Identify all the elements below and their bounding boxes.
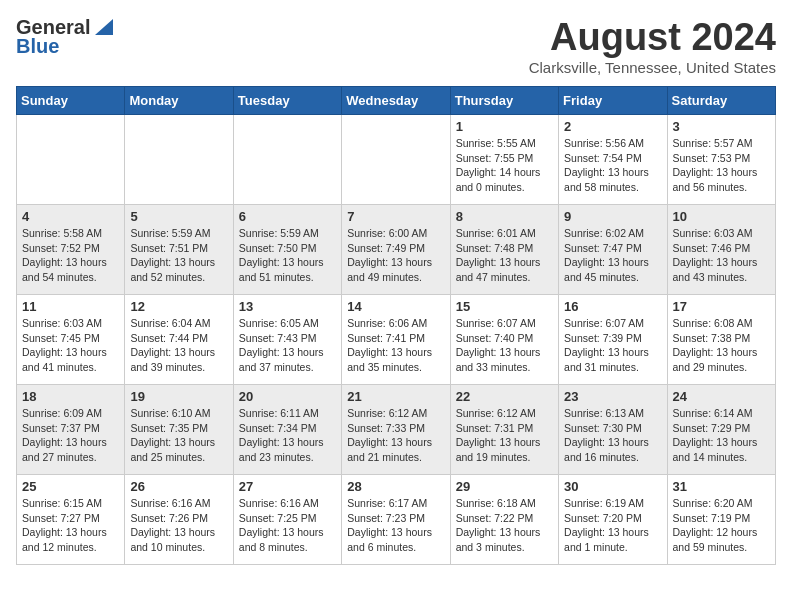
calendar-day-header: Tuesday — [233, 87, 341, 115]
day-number: 18 — [22, 389, 119, 404]
calendar-day-header: Friday — [559, 87, 667, 115]
calendar-day-cell: 1Sunrise: 5:55 AM Sunset: 7:55 PM Daylig… — [450, 115, 558, 205]
month-year-title: August 2024 — [529, 16, 776, 59]
day-number: 24 — [673, 389, 770, 404]
logo: General Blue — [16, 16, 113, 58]
day-info: Sunrise: 6:09 AM Sunset: 7:37 PM Dayligh… — [22, 406, 119, 465]
day-info: Sunrise: 5:59 AM Sunset: 7:50 PM Dayligh… — [239, 226, 336, 285]
calendar-day-cell: 10Sunrise: 6:03 AM Sunset: 7:46 PM Dayli… — [667, 205, 775, 295]
calendar-day-cell: 27Sunrise: 6:16 AM Sunset: 7:25 PM Dayli… — [233, 475, 341, 565]
day-number: 8 — [456, 209, 553, 224]
day-info: Sunrise: 6:16 AM Sunset: 7:26 PM Dayligh… — [130, 496, 227, 555]
calendar-day-header: Monday — [125, 87, 233, 115]
day-number: 28 — [347, 479, 444, 494]
day-number: 4 — [22, 209, 119, 224]
calendar-day-cell: 11Sunrise: 6:03 AM Sunset: 7:45 PM Dayli… — [17, 295, 125, 385]
calendar-week-row: 18Sunrise: 6:09 AM Sunset: 7:37 PM Dayli… — [17, 385, 776, 475]
calendar-week-row: 25Sunrise: 6:15 AM Sunset: 7:27 PM Dayli… — [17, 475, 776, 565]
day-number: 7 — [347, 209, 444, 224]
day-number: 11 — [22, 299, 119, 314]
calendar-empty-cell — [233, 115, 341, 205]
calendar-week-row: 1Sunrise: 5:55 AM Sunset: 7:55 PM Daylig… — [17, 115, 776, 205]
day-info: Sunrise: 6:18 AM Sunset: 7:22 PM Dayligh… — [456, 496, 553, 555]
day-number: 9 — [564, 209, 661, 224]
calendar-day-header: Thursday — [450, 87, 558, 115]
page-header: General Blue August 2024 Clarksville, Te… — [16, 16, 776, 76]
day-info: Sunrise: 5:55 AM Sunset: 7:55 PM Dayligh… — [456, 136, 553, 195]
calendar-day-cell: 30Sunrise: 6:19 AM Sunset: 7:20 PM Dayli… — [559, 475, 667, 565]
day-info: Sunrise: 6:14 AM Sunset: 7:29 PM Dayligh… — [673, 406, 770, 465]
calendar-day-header: Wednesday — [342, 87, 450, 115]
day-info: Sunrise: 6:06 AM Sunset: 7:41 PM Dayligh… — [347, 316, 444, 375]
calendar-day-cell: 26Sunrise: 6:16 AM Sunset: 7:26 PM Dayli… — [125, 475, 233, 565]
calendar-header-row: SundayMondayTuesdayWednesdayThursdayFrid… — [17, 87, 776, 115]
day-number: 20 — [239, 389, 336, 404]
day-number: 15 — [456, 299, 553, 314]
logo-blue-text: Blue — [16, 35, 59, 58]
calendar-day-cell: 8Sunrise: 6:01 AM Sunset: 7:48 PM Daylig… — [450, 205, 558, 295]
day-info: Sunrise: 6:20 AM Sunset: 7:19 PM Dayligh… — [673, 496, 770, 555]
day-info: Sunrise: 6:10 AM Sunset: 7:35 PM Dayligh… — [130, 406, 227, 465]
calendar-empty-cell — [125, 115, 233, 205]
day-info: Sunrise: 5:59 AM Sunset: 7:51 PM Dayligh… — [130, 226, 227, 285]
calendar-day-cell: 5Sunrise: 5:59 AM Sunset: 7:51 PM Daylig… — [125, 205, 233, 295]
day-number: 30 — [564, 479, 661, 494]
calendar-day-cell: 28Sunrise: 6:17 AM Sunset: 7:23 PM Dayli… — [342, 475, 450, 565]
calendar-day-cell: 29Sunrise: 6:18 AM Sunset: 7:22 PM Dayli… — [450, 475, 558, 565]
day-number: 1 — [456, 119, 553, 134]
calendar-day-cell: 23Sunrise: 6:13 AM Sunset: 7:30 PM Dayli… — [559, 385, 667, 475]
calendar-day-cell: 20Sunrise: 6:11 AM Sunset: 7:34 PM Dayli… — [233, 385, 341, 475]
day-number: 22 — [456, 389, 553, 404]
day-number: 12 — [130, 299, 227, 314]
calendar-week-row: 11Sunrise: 6:03 AM Sunset: 7:45 PM Dayli… — [17, 295, 776, 385]
calendar-day-cell: 22Sunrise: 6:12 AM Sunset: 7:31 PM Dayli… — [450, 385, 558, 475]
calendar-day-cell: 12Sunrise: 6:04 AM Sunset: 7:44 PM Dayli… — [125, 295, 233, 385]
day-number: 2 — [564, 119, 661, 134]
day-number: 3 — [673, 119, 770, 134]
calendar-day-cell: 2Sunrise: 5:56 AM Sunset: 7:54 PM Daylig… — [559, 115, 667, 205]
day-info: Sunrise: 6:07 AM Sunset: 7:40 PM Dayligh… — [456, 316, 553, 375]
calendar-week-row: 4Sunrise: 5:58 AM Sunset: 7:52 PM Daylig… — [17, 205, 776, 295]
logo-triangle-icon — [95, 19, 113, 39]
day-info: Sunrise: 6:05 AM Sunset: 7:43 PM Dayligh… — [239, 316, 336, 375]
calendar-day-cell: 19Sunrise: 6:10 AM Sunset: 7:35 PM Dayli… — [125, 385, 233, 475]
calendar-day-cell: 6Sunrise: 5:59 AM Sunset: 7:50 PM Daylig… — [233, 205, 341, 295]
day-number: 26 — [130, 479, 227, 494]
calendar-day-cell: 17Sunrise: 6:08 AM Sunset: 7:38 PM Dayli… — [667, 295, 775, 385]
calendar-day-cell: 4Sunrise: 5:58 AM Sunset: 7:52 PM Daylig… — [17, 205, 125, 295]
day-number: 21 — [347, 389, 444, 404]
day-number: 17 — [673, 299, 770, 314]
calendar-table: SundayMondayTuesdayWednesdayThursdayFrid… — [16, 86, 776, 565]
calendar-day-cell: 9Sunrise: 6:02 AM Sunset: 7:47 PM Daylig… — [559, 205, 667, 295]
day-number: 10 — [673, 209, 770, 224]
day-number: 27 — [239, 479, 336, 494]
day-number: 13 — [239, 299, 336, 314]
calendar-day-cell: 18Sunrise: 6:09 AM Sunset: 7:37 PM Dayli… — [17, 385, 125, 475]
calendar-day-cell: 21Sunrise: 6:12 AM Sunset: 7:33 PM Dayli… — [342, 385, 450, 475]
calendar-day-cell: 14Sunrise: 6:06 AM Sunset: 7:41 PM Dayli… — [342, 295, 450, 385]
day-info: Sunrise: 6:08 AM Sunset: 7:38 PM Dayligh… — [673, 316, 770, 375]
day-info: Sunrise: 6:11 AM Sunset: 7:34 PM Dayligh… — [239, 406, 336, 465]
day-number: 31 — [673, 479, 770, 494]
day-info: Sunrise: 6:12 AM Sunset: 7:33 PM Dayligh… — [347, 406, 444, 465]
day-info: Sunrise: 6:01 AM Sunset: 7:48 PM Dayligh… — [456, 226, 553, 285]
day-info: Sunrise: 6:03 AM Sunset: 7:46 PM Dayligh… — [673, 226, 770, 285]
day-info: Sunrise: 6:02 AM Sunset: 7:47 PM Dayligh… — [564, 226, 661, 285]
calendar-day-cell: 25Sunrise: 6:15 AM Sunset: 7:27 PM Dayli… — [17, 475, 125, 565]
day-info: Sunrise: 5:56 AM Sunset: 7:54 PM Dayligh… — [564, 136, 661, 195]
calendar-day-cell: 3Sunrise: 5:57 AM Sunset: 7:53 PM Daylig… — [667, 115, 775, 205]
calendar-empty-cell — [17, 115, 125, 205]
title-section: August 2024 Clarksville, Tennessee, Unit… — [529, 16, 776, 76]
day-info: Sunrise: 6:15 AM Sunset: 7:27 PM Dayligh… — [22, 496, 119, 555]
calendar-day-cell: 31Sunrise: 6:20 AM Sunset: 7:19 PM Dayli… — [667, 475, 775, 565]
day-number: 6 — [239, 209, 336, 224]
day-info: Sunrise: 6:07 AM Sunset: 7:39 PM Dayligh… — [564, 316, 661, 375]
day-number: 19 — [130, 389, 227, 404]
location-subtitle: Clarksville, Tennessee, United States — [529, 59, 776, 76]
calendar-empty-cell — [342, 115, 450, 205]
calendar-day-cell: 16Sunrise: 6:07 AM Sunset: 7:39 PM Dayli… — [559, 295, 667, 385]
day-info: Sunrise: 5:57 AM Sunset: 7:53 PM Dayligh… — [673, 136, 770, 195]
day-number: 14 — [347, 299, 444, 314]
calendar-day-cell: 24Sunrise: 6:14 AM Sunset: 7:29 PM Dayli… — [667, 385, 775, 475]
day-info: Sunrise: 6:03 AM Sunset: 7:45 PM Dayligh… — [22, 316, 119, 375]
